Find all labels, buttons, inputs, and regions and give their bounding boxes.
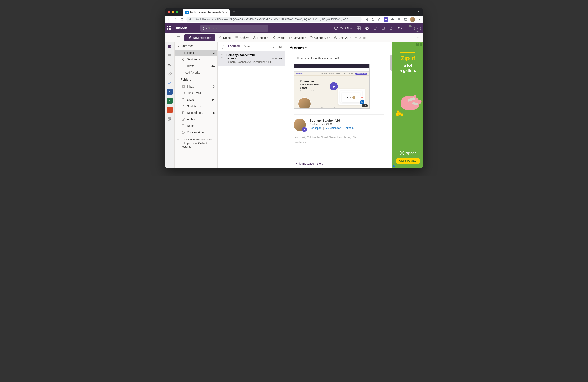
side-panel-icon[interactable] [403, 18, 408, 21]
message-checkbox[interactable] [221, 54, 224, 58]
people-module-icon[interactable] [167, 62, 172, 68]
folder-deleted[interactable]: Deleted Ite...8 [175, 109, 217, 116]
play-icon[interactable]: ▶ [330, 82, 338, 90]
add-favorite[interactable]: Add favorite [175, 69, 217, 76]
avatar-play-icon[interactable]: ▶ [302, 127, 307, 132]
ad-close-icon[interactable]: ✕ [420, 43, 422, 46]
adchoices-icon[interactable] [393, 165, 395, 168]
ad-headline: Zip if [400, 53, 415, 62]
folder-drafts[interactable]: Drafts44 [175, 96, 217, 103]
folder-archive[interactable]: Archive [175, 116, 217, 123]
tab-focused[interactable]: Focused [228, 44, 240, 49]
folders-header[interactable]: ⌄Folders [175, 76, 217, 83]
left-rail: W X P [165, 42, 175, 168]
folder-sent[interactable]: Sent Items [175, 103, 217, 109]
skype-icon[interactable]: S [365, 26, 369, 30]
fav-inbox[interactable]: Inbox3 [175, 50, 217, 56]
address-bar[interactable]: outlook.live.com/mail/0/inbox/id/AQQkADA… [187, 17, 362, 22]
folder-pane: ⌄Favorites Inbox3 Sent Items Drafts44 Ad… [175, 42, 218, 168]
settings-icon[interactable] [390, 26, 394, 30]
extension-icon[interactable]: ▶ [384, 18, 388, 21]
folder-junk[interactable]: Junk Email [175, 90, 217, 96]
delete-button[interactable]: Delete [219, 36, 231, 39]
svg-rect-2 [404, 19, 407, 20]
scrollbar[interactable] [390, 55, 393, 71]
presenter-avatar [298, 97, 311, 109]
svg-rect-6 [359, 27, 360, 28]
browser-menu-icon[interactable]: ⋮ [418, 17, 421, 22]
notification-badge: 2 [409, 25, 412, 27]
extensions-icon[interactable] [390, 18, 395, 21]
new-tab-button[interactable]: + [231, 9, 237, 15]
powerpoint-icon[interactable]: P [167, 107, 172, 113]
fav-sent[interactable]: Sent Items [175, 56, 217, 63]
teams-icon[interactable] [373, 26, 377, 30]
tips-icon[interactable] [381, 26, 385, 30]
search-input[interactable] [200, 25, 268, 32]
install-pwa-icon[interactable] [364, 18, 368, 21]
url-bar: outlook.live.com/mail/0/inbox/id/AQQkADA… [165, 16, 423, 23]
svg-point-22 [170, 64, 171, 65]
more-commands-icon[interactable]: ⋯ [417, 36, 420, 39]
folder-conversation[interactable]: Conversation ... [175, 129, 217, 136]
maximize-window-icon[interactable] [176, 11, 178, 13]
select-all-checkbox[interactable] [221, 45, 224, 49]
favorites-header[interactable]: ⌄Favorites [175, 42, 217, 50]
svg-rect-8 [359, 28, 360, 30]
svg-rect-19 [168, 45, 171, 48]
app-launcher-icon[interactable] [167, 26, 171, 30]
report-button[interactable]: Report▾ [253, 36, 268, 39]
filter-button[interactable]: Filter [272, 45, 282, 48]
hide-message-history[interactable]: ⌃ Hide message history [285, 159, 393, 168]
video-thumbnail[interactable]: sendspark Use CasesPlatformPricingDemoSi… [294, 63, 370, 109]
close-tab-icon[interactable]: × [225, 11, 227, 14]
account-button[interactable]: BS [414, 25, 421, 32]
excel-icon[interactable]: X [167, 98, 172, 104]
playlist-icon[interactable] [397, 18, 401, 21]
ad-sidebar[interactable]: ⓘ✕ Zip if a lota gallon. zzipcar GET STA… [393, 42, 423, 168]
minimize-window-icon[interactable] [172, 11, 174, 13]
more-apps-icon[interactable] [167, 116, 172, 122]
back-button[interactable] [167, 18, 171, 21]
signature-link-sendspark[interactable]: Sendspark [310, 126, 322, 130]
signature-link-calendar[interactable]: My Calendar [325, 126, 341, 130]
new-message-button[interactable]: New message [185, 35, 215, 41]
notifications-icon[interactable]: 2 [406, 26, 410, 30]
browser-tab[interactable]: O Mail - Bethany Stachenfeld - O × [183, 9, 230, 16]
help-icon[interactable]: ? [398, 26, 402, 30]
signature-avatar: ▶ [294, 119, 306, 131]
mail-module-icon[interactable] [167, 44, 172, 50]
calendar-module-icon[interactable] [167, 53, 172, 59]
gmail-icon: M [360, 96, 364, 99]
signature-link-linkedin[interactable]: LinkedIn [344, 126, 354, 130]
folder-inbox[interactable]: Inbox3 [175, 83, 217, 90]
todo-module-icon[interactable] [167, 80, 172, 86]
folder-notes[interactable]: Notes [175, 123, 217, 129]
meet-now-button[interactable]: Meet Now [335, 26, 353, 30]
tab-overflow-icon[interactable] [415, 11, 423, 13]
star-icon[interactable] [377, 18, 381, 21]
upgrade-banner[interactable]: Upgrade to Microsoft 365 with premium Ou… [175, 136, 217, 151]
attachments-module-icon[interactable] [167, 71, 172, 77]
my-day-icon[interactable] [357, 26, 361, 30]
share-icon[interactable] [371, 18, 375, 21]
message-time: 10:14 AM [271, 57, 282, 60]
fav-drafts[interactable]: Drafts44 [175, 63, 217, 69]
close-window-icon[interactable] [168, 11, 170, 13]
forward-button[interactable] [173, 18, 177, 21]
undo-button[interactable]: Undo [354, 36, 366, 39]
ad-cta-button[interactable]: GET STARTED [396, 158, 420, 164]
unsubscribe-link[interactable]: Unsubscribe [294, 141, 307, 144]
snooze-button[interactable]: Snooze▾ [334, 36, 350, 39]
reload-button[interactable] [180, 18, 184, 21]
sweep-button[interactable]: Sweep [272, 36, 285, 39]
ad-info-icon[interactable]: ⓘ [416, 43, 419, 46]
profile-avatar[interactable] [410, 17, 415, 22]
categorize-button[interactable]: Categorize▾ [310, 36, 331, 39]
archive-button[interactable]: Archive [235, 36, 249, 39]
word-icon[interactable]: W [167, 89, 172, 95]
hamburger-icon[interactable] [177, 36, 181, 39]
tab-other[interactable]: Other [244, 45, 251, 49]
move-to-button[interactable]: Move to▾ [289, 36, 306, 39]
message-row[interactable]: Bethany Stachenfeld Preview -10:14 AM Be… [218, 51, 285, 66]
